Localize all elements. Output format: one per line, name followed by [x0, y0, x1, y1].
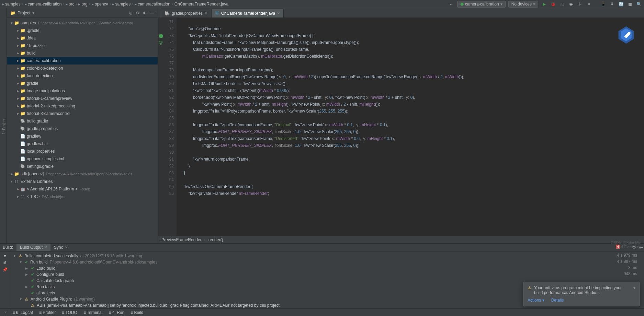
tree-row[interactable]: 🐘gradle.properties [7, 125, 158, 132]
coverage-icon[interactable]: ⬚ [559, 1, 565, 7]
crumb-class[interactable]: PreviewFrameRender [161, 237, 202, 242]
status-bar: ▫≡ 6: Logcat≡ Profiler≡ TODO≡ Terminal≡ … [0, 308, 644, 316]
tree-row[interactable]: ▼⫿⫿External Libraries [7, 178, 158, 185]
tree-row[interactable]: 📄gradlew [7, 132, 158, 140]
tool-window-tab[interactable]: 1: Project [1, 116, 7, 136]
status-item[interactable]: ≡ Build [128, 310, 145, 315]
main: 1: ProjectResource ManagerLayout Capture… [0, 8, 644, 243]
flutter-logo-icon [617, 25, 636, 45]
build-panel-toolbar: ▼ ⚟ 📌 [0, 251, 10, 310]
breadcrumb-item[interactable]: ▸ samples [112, 2, 131, 7]
tree-row[interactable]: 📄opencv_samples.iml [7, 155, 158, 163]
build-row[interactable]: ⚠ABIs [arm64-v8a,armeabi-v7a,armeabi] se… [13, 302, 610, 308]
expand-icon[interactable]: ▼ [3, 254, 7, 258]
editor: 🐘gradle.properties×ⒸOnCameraFrameRender.… [158, 8, 644, 243]
breadcrumb-item[interactable]: ▸ camera-calibration [25, 2, 62, 7]
status-item[interactable]: ≡ Terminal [81, 310, 104, 315]
build-tab[interactable]: Sync × [50, 244, 71, 251]
status-item[interactable]: ≡ TODO [60, 310, 79, 315]
debug-icon[interactable]: 🐞 [550, 1, 556, 7]
editor-tab[interactable]: ⒸOnCameraFrameRender.java× [211, 9, 284, 17]
tree-row[interactable]: ▶📁face-detection [7, 72, 158, 80]
tree-row[interactable]: ▶📁.idea [7, 34, 158, 42]
breadcrumb-item[interactable]: ▸ opencv [92, 2, 108, 7]
chevron-down-icon[interactable]: ▾ [633, 285, 635, 295]
run-icon[interactable]: ▶ [541, 1, 547, 7]
tree-row[interactable]: ▶📁tutorial-3-cameracontrol [7, 110, 158, 117]
close-icon[interactable]: × [205, 11, 207, 16]
filter-icon[interactable]: ⚟ [3, 260, 7, 265]
attach-icon[interactable]: ⇣ [577, 1, 583, 7]
hide-icon[interactable]: — [150, 11, 154, 15]
tree-row[interactable]: ▶📁image-manipulations [7, 87, 158, 95]
build-row[interactable]: ▶✔Run tasks [13, 284, 610, 290]
status-item[interactable]: ▫ [3, 310, 8, 315]
toolbar-right: ← ⬣ camera-calibration ▾ No devices ▾ ▶ … [448, 1, 642, 8]
code-content[interactable]: "ann">@Override "kw">public Mat "fn ital… [177, 18, 644, 236]
breadcrumb-item[interactable]: ▸ src [66, 2, 74, 7]
tree-row[interactable]: 🐘settings.gradle [7, 163, 158, 170]
folder-icon: 📁 [10, 11, 15, 15]
tree-row[interactable]: ▼📁samplesF:\opencv-4.6.0-android-sdk\Ope… [7, 19, 158, 27]
build-row[interactable]: ▶✔Load build [13, 265, 610, 271]
build-row[interactable]: ▼✔Run build F:\opencv-4.6.0-android-sdk\… [13, 259, 610, 265]
gear-icon[interactable]: ⚙ [136, 11, 140, 15]
notification-message: Your anti-virus program might be impacti… [534, 285, 631, 295]
tree-row[interactable]: ▶📁build [7, 49, 158, 57]
tree-row[interactable]: ▶📁camera-calibration [7, 57, 158, 65]
sdk-icon[interactable]: ⬇ [609, 1, 615, 7]
stop-icon[interactable]: ■ [586, 1, 592, 7]
editor-tab[interactable]: 🐘gradle.properties× [161, 9, 211, 17]
breadcrumb-item[interactable]: ▸ org [78, 2, 87, 7]
structure-icon[interactable]: ▦ [627, 1, 633, 7]
build-row[interactable]: ✔Calculate task graph [13, 278, 610, 284]
build-panel-tabs: Build: Build Output ×Sync × ⚙ — [0, 244, 644, 251]
tree-row[interactable]: 🐘build.gradle [7, 117, 158, 125]
tree-row[interactable]: ▶📁tutorial-2-mixedprocessing [7, 102, 158, 110]
build-output-tree[interactable]: ▼⚠Build: completed successfully at 2022/… [10, 251, 613, 310]
gutter: 7172⬤ @737475767778798081828384858687888… [158, 18, 177, 236]
tree-row[interactable]: ▶📁gradle [7, 80, 158, 87]
code-area[interactable]: 7172⬤ @737475767778798081828384858687888… [158, 18, 644, 236]
build-row[interactable]: ▼⚠Android Gradle Plugin: (1 warning) [13, 296, 610, 302]
tree-row[interactable]: ▶📁sdk [opencv]F:\opencv-4.6.0-android-sd… [7, 170, 158, 178]
project-tree[interactable]: ▼📁samplesF:\opencv-4.6.0-android-sdk\Ope… [7, 18, 158, 243]
target-icon[interactable]: ⊕ [129, 11, 133, 15]
profile-icon[interactable]: ◉ [568, 1, 574, 7]
sync-icon[interactable]: 🔄 [618, 1, 624, 7]
avd-icon[interactable]: 📱 [600, 1, 606, 7]
crumb-method[interactable]: render() [208, 237, 223, 242]
notification-toast: ⚠ Your anti-virus program might be impac… [523, 282, 640, 306]
notification-details[interactable]: Details [551, 298, 564, 303]
tree-row[interactable]: ▶📁tutorial-1-camerapreview [7, 95, 158, 102]
project-panel-header: 📁 Project ▾ ⊕ ⚙ ⇤ — [7, 8, 158, 18]
warning-icon: ⚠ [528, 285, 531, 295]
device-selector[interactable]: No devices ▾ [508, 1, 538, 8]
module-selector[interactable]: ⬣ camera-calibration ▾ [457, 1, 506, 8]
tree-row[interactable]: ▶📁15-puzzle [7, 42, 158, 49]
editor-breadcrumb[interactable]: PreviewFrameRender › render() [158, 236, 644, 243]
search-icon[interactable]: 🔍 [636, 1, 642, 7]
tree-row[interactable]: ▶📁.gradle [7, 27, 158, 34]
tree-row[interactable]: ▶🤖< Android API 26 Platform >F:\sdk [7, 185, 158, 193]
breadcrumb-item[interactable]: ▸ samples [2, 2, 21, 7]
breadcrumb-item[interactable]: ▸ cameracalibration [135, 2, 170, 7]
close-icon[interactable]: × [277, 11, 280, 16]
tree-row[interactable]: 📄gradlew.bat [7, 140, 158, 148]
pin-icon[interactable]: 📌 [2, 267, 8, 272]
build-row[interactable]: ▶✔Configure build [13, 271, 610, 278]
project-panel-title: Project [18, 11, 30, 15]
tree-row[interactable]: ▶⫿⫿< 1.8 >F:\Android\jre [7, 193, 158, 200]
tree-row[interactable]: ▶📁color-blob-detection [7, 65, 158, 72]
breadcrumb-item[interactable]: OnCameraFrameRender.java [174, 2, 228, 7]
status-item[interactable]: ≡ Profiler [37, 310, 58, 315]
status-item[interactable]: ≡ 6: Logcat [10, 310, 35, 315]
status-item[interactable]: ≡ 4: Run [106, 310, 126, 315]
build-row[interactable]: ✔allprojects [13, 290, 610, 296]
collapse-icon[interactable]: ⇤ [143, 11, 147, 15]
build-tab[interactable]: Build Output × [16, 244, 50, 251]
tree-row[interactable]: 📄local.properties [7, 148, 158, 155]
notification-actions[interactable]: Actions ▾ [528, 298, 544, 303]
build-row[interactable]: ▼⚠Build: completed successfully at 2022/… [13, 253, 610, 259]
back-icon[interactable]: ← [448, 1, 454, 7]
